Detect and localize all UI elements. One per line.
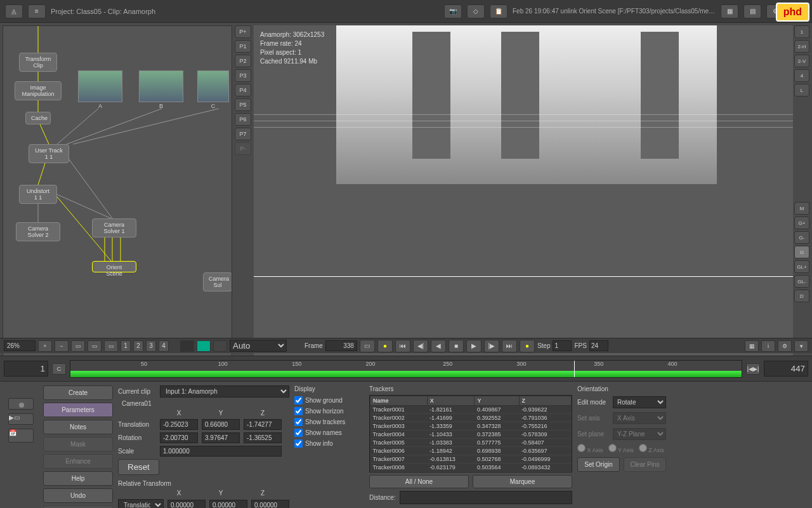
tracker-row[interactable]: Tracker0004-1.104330.372385-0.578309 [370, 431, 572, 439]
translation-z[interactable] [244, 419, 282, 430]
frame-input[interactable] [325, 340, 357, 351]
tracker-row[interactable]: Tracker0006-1.189420.698938-0.635697 [370, 447, 572, 455]
preset-p7[interactable]: P7 [235, 128, 251, 140]
paste-icon[interactable]: 📋 [490, 4, 508, 18]
node-camera-solver-2[interactable]: Camera Solver 2 [16, 222, 60, 241]
toolbar-icon-2[interactable]: ▦ [721, 4, 738, 18]
rotation-x[interactable] [160, 432, 198, 443]
preset-p3[interactable]: P3 [235, 69, 251, 82]
timeline-snap[interactable]: |◀▶| [746, 363, 760, 375]
scale-input[interactable] [160, 446, 282, 457]
reset-button[interactable]: Reset [118, 459, 159, 475]
channel-1[interactable]: 1 [121, 340, 131, 352]
node-image-manipulation[interactable]: Image Manipulation [15, 81, 62, 100]
timeline-start[interactable] [4, 361, 48, 377]
viewer-d[interactable]: D [794, 290, 809, 302]
preset-p2[interactable]: P2 [235, 55, 251, 67]
chk-show-ground[interactable] [294, 396, 303, 404]
tracker-row[interactable]: Tracker0002-1.416990.392552-0.791036 [370, 414, 572, 422]
node-camera-sol[interactable]: Camera Sol [203, 272, 232, 291]
layout-1[interactable]: 1 [794, 25, 809, 38]
rotation-z[interactable] [244, 432, 282, 443]
frame-lock[interactable]: ▭ [360, 340, 375, 352]
help-button[interactable]: Help [43, 471, 113, 486]
play-forward[interactable]: ▶ [466, 340, 481, 352]
opt-gear[interactable]: ⚙ [778, 340, 792, 352]
rotation-y[interactable] [202, 432, 240, 443]
zoom-fit2[interactable]: ▭ [88, 340, 102, 352]
side-icon-1[interactable] [8, 398, 34, 410]
chk-show-names[interactable] [294, 429, 303, 437]
play-back[interactable]: ◀ [431, 340, 446, 352]
swatch-black[interactable] [180, 340, 194, 352]
relative-mode[interactable]: Translation [118, 499, 164, 508]
edit-mode-select[interactable]: Rotate [613, 396, 666, 408]
parameters-button[interactable]: Parameters [43, 403, 113, 417]
translation-y[interactable] [202, 419, 240, 430]
tracker-row[interactable]: Tracker0009-0.8730820.385416-0.311712 [370, 472, 572, 473]
opt-3[interactable]: ▾ [794, 340, 808, 352]
zoom-out[interactable]: − [55, 340, 69, 352]
preset-plus[interactable]: P+ [235, 25, 251, 38]
preset-minus[interactable]: P- [235, 142, 251, 155]
opt-1[interactable]: ▦ [745, 340, 759, 352]
viewer-glplus[interactable]: GL+ [794, 260, 809, 273]
camera-icon[interactable]: 📷 [444, 4, 462, 18]
chk-show-trackers[interactable] [294, 418, 303, 426]
layout-4[interactable]: 4 [794, 69, 809, 82]
all-none-button[interactable]: All / None [369, 475, 469, 488]
preset-p6[interactable]: P6 [235, 113, 251, 126]
preset-p5[interactable]: P5 [235, 98, 251, 111]
key-prev[interactable]: ● [377, 340, 393, 352]
viewer-gplus[interactable]: G+ [794, 217, 809, 229]
tracker-row[interactable]: Tracker0005-1.033830.577775-0.58407 [370, 439, 572, 447]
channel-3[interactable]: 3 [146, 340, 156, 352]
preset-p1[interactable]: P1 [235, 40, 251, 53]
timeline-track[interactable]: 50 100 150 200 250 300 350 400 [70, 360, 742, 378]
node-user-track[interactable]: User Track 1 1 [29, 144, 69, 163]
thumbnail-c[interactable]: C [197, 70, 229, 102]
current-clip-select[interactable]: Input 1: Anamorph [160, 385, 289, 398]
toolbar-icon-3[interactable]: ▤ [743, 4, 761, 18]
viewer-m[interactable]: M [794, 202, 809, 215]
node-orient-scene[interactable]: Orient Scene [92, 261, 136, 272]
thumbnail-a[interactable]: A [78, 70, 122, 102]
chk-show-info[interactable] [294, 439, 303, 448]
layout-2h[interactable]: 2-H [794, 40, 809, 53]
step-forward[interactable]: |▶ [484, 340, 499, 352]
auto-dropdown[interactable]: Auto [230, 340, 287, 352]
rel-y[interactable] [209, 500, 247, 508]
create-button[interactable]: Create [43, 385, 113, 400]
side-icon-2[interactable]: ▶▭ [8, 413, 34, 425]
chk-show-horizon[interactable] [294, 407, 303, 415]
goto-start[interactable]: ⏮ [395, 340, 410, 352]
tracker-row[interactable]: Tracker0001-1.821610.409867-0.939622 [370, 406, 572, 414]
set-origin-button[interactable]: Set Origin [577, 457, 620, 472]
viewer-g[interactable]: G [794, 246, 809, 258]
step-back[interactable]: ◀| [413, 340, 428, 352]
timeline-c[interactable]: C [52, 363, 66, 375]
preset-p4[interactable]: P4 [235, 84, 251, 97]
layout-2v[interactable]: 2-V [794, 55, 809, 67]
stop[interactable]: ■ [449, 340, 464, 352]
node-undistort[interactable]: Undistort 1 1 [19, 185, 57, 204]
zoom-fit3[interactable]: ▭ [104, 340, 118, 352]
swatch-green[interactable] [197, 340, 211, 352]
translation-x[interactable] [160, 419, 198, 430]
trackers-table[interactable]: Name X Y Z Tracker0001-1.821610.409867-0… [369, 395, 572, 472]
step-input[interactable] [553, 340, 572, 351]
layout-l[interactable]: L [794, 84, 809, 97]
notes-button[interactable]: Notes [43, 420, 113, 434]
tracker-row[interactable]: Tracker0007-0.6138130.502768-0.0496999 [370, 455, 572, 464]
undo-button[interactable]: Undo [43, 488, 113, 503]
zoom-input[interactable] [4, 340, 36, 351]
swatch-gray[interactable] [213, 340, 227, 352]
opt-2[interactable]: i [761, 340, 775, 352]
thumbnail-b[interactable]: B [139, 70, 183, 102]
zoom-fit1[interactable]: ▭ [71, 340, 85, 352]
channel-4[interactable]: 4 [159, 340, 169, 352]
marquee-button[interactable]: Marquee [473, 475, 572, 488]
rel-x[interactable] [167, 500, 206, 508]
channel-2[interactable]: 2 [133, 340, 143, 352]
node-camera-solver-1[interactable]: Camera Solver 1 [92, 218, 136, 237]
